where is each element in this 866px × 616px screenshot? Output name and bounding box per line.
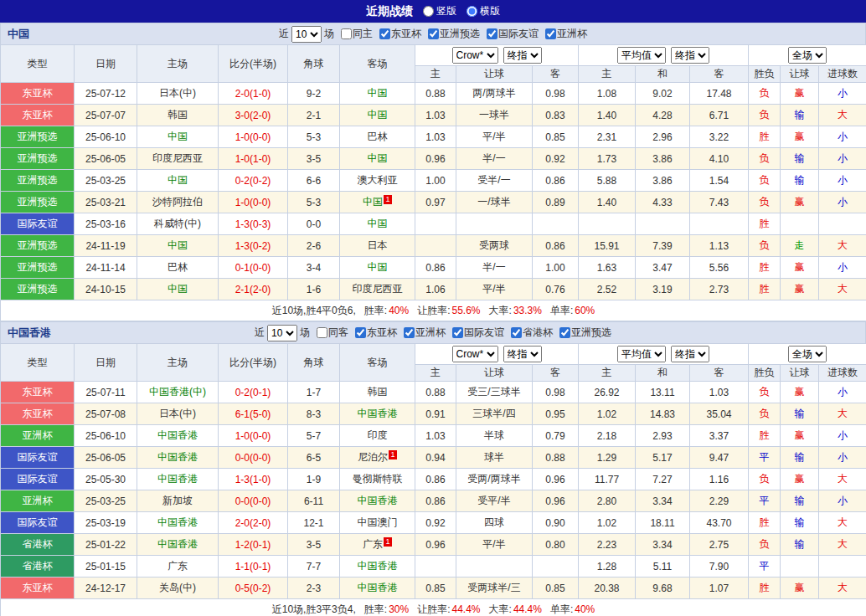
competition-checkbox[interactable]	[355, 327, 366, 338]
odds-source-select[interactable]: 终指	[671, 346, 709, 362]
summary-row: 近10场,胜3平3负4,胜率:30%让胜率:44.4%大率:44.4%单率:40…	[1, 599, 866, 616]
goals-result-cell	[819, 213, 866, 235]
avg-home-odds-cell: 2.80	[579, 490, 636, 512]
result-cell: 负	[749, 170, 781, 192]
handicap-home-odds-cell: 0.96	[415, 148, 456, 170]
avg-home-odds-cell: 1.08	[579, 83, 636, 105]
odds-source-select[interactable]: Crow*	[452, 346, 498, 362]
column-header: 比分(半场)	[219, 45, 288, 83]
goals-result-cell: 大	[819, 512, 866, 534]
score-cell: 0-2(0-1)	[219, 382, 288, 403]
avg-draw-odds-cell: 7.27	[636, 469, 690, 490]
same-venue-checkbox[interactable]	[317, 327, 327, 338]
match-count-select[interactable]: 10	[291, 26, 322, 43]
handicap-result-cell: 走	[781, 235, 819, 257]
corners-cell: 1-9	[288, 469, 340, 490]
column-header: 类型	[1, 45, 75, 83]
competition-filter[interactable]: 国际友谊	[452, 326, 504, 340]
same-venue-filter[interactable]: 同主	[341, 27, 373, 41]
date-cell: 25-07-08	[75, 403, 137, 425]
score-cell: 0-0(0-0)	[219, 490, 288, 512]
competition-checkbox[interactable]	[545, 28, 556, 39]
handicap-home-odds-cell: 0.86	[415, 490, 456, 512]
corners-cell: 3-5	[288, 534, 340, 556]
odds-source-select[interactable]: Crow*	[452, 47, 498, 64]
home-team-cell: 巴林	[137, 257, 219, 279]
avg-home-odds-cell: 1.02	[579, 403, 636, 425]
handicap-result-cell: 输	[781, 170, 819, 192]
goals-result-cell: 小	[819, 83, 866, 105]
competition-filter[interactable]: 亚洲预选	[428, 27, 480, 41]
handicap-away-odds-cell: 0.86	[533, 170, 579, 192]
avg-draw-odds-cell: 2.93	[636, 425, 690, 447]
competition-filter[interactable]: 东亚杯	[355, 326, 397, 340]
summary-stat: 单率:40%	[550, 603, 595, 615]
competition-checkbox[interactable]	[511, 327, 522, 338]
handicap-line-cell: 受两/两球半	[456, 469, 533, 490]
layout-option-vertical[interactable]: 竖版	[423, 4, 456, 18]
score-cell: 0-1(0-0)	[219, 257, 288, 279]
goals-result-cell: 大	[819, 105, 866, 126]
away-team-cell: 中国1	[340, 192, 415, 213]
score-cell: 1-0(0-0)	[219, 126, 288, 148]
competition-checkbox[interactable]	[487, 28, 497, 39]
handicap-line-cell: 平/半	[456, 534, 533, 556]
away-team-cell: 尼泊尔1	[340, 447, 415, 469]
avg-away-odds-cell: 1.54	[690, 170, 749, 192]
handicap-away-odds-cell: 0.83	[533, 105, 579, 126]
handicap-home-odds-cell: 0.86	[415, 469, 456, 490]
match-row: 亚洲预选24-11-19中国1-3(0-2)2-6日本受两球0.8615.917…	[1, 235, 866, 257]
odds-source-select[interactable]: 终指	[503, 346, 542, 362]
handicap-line-cell: 平/半	[456, 279, 533, 300]
handicap-away-odds-cell: 0.76	[533, 279, 579, 300]
odds-group-header: Crow*终指	[415, 45, 579, 66]
layout-option-horizontal[interactable]: 横版	[467, 4, 500, 18]
competition-checkbox[interactable]	[452, 327, 463, 338]
odds-source-select[interactable]: 平均值	[617, 346, 666, 362]
vertical-layout-radio[interactable]	[423, 6, 434, 17]
competition-filter[interactable]: 亚洲杯	[545, 27, 587, 41]
competition-checkbox[interactable]	[379, 28, 390, 39]
column-header: 让球	[781, 365, 819, 382]
same-venue-filter[interactable]: 同客	[317, 326, 348, 340]
corners-cell: 5-7	[288, 425, 340, 447]
column-header: 客场	[340, 45, 415, 83]
odds-source-select[interactable]: 终指	[671, 47, 709, 64]
date-cell: 25-03-21	[75, 192, 137, 213]
matches-label: 场	[324, 27, 334, 41]
match-row: 东亚杯24-12-17关岛(中)0-5(0-2)2-3中国香港0.85受两球半/…	[1, 578, 866, 599]
handicap-home-odds-cell: 1.03	[415, 126, 456, 148]
handicap-away-odds-cell: 0.96	[533, 469, 579, 490]
section-china: 中国近10场同主东亚杯亚洲预选国际友谊亚洲杯类型日期主场比分(半场)角球客场Cr…	[0, 23, 866, 321]
competition-filter[interactable]: 亚洲预选	[559, 326, 611, 340]
home-team-cell: 广东	[137, 556, 219, 578]
scope-select[interactable]: 全场	[788, 346, 827, 362]
results-table-china: 类型日期主场比分(半场)角球客场Crow*终指平均值终指全场主让球客主和客胜负让…	[0, 44, 866, 321]
odds-source-select[interactable]: 平均值	[617, 47, 666, 64]
match-count-select[interactable]: 10	[267, 325, 297, 341]
competition-checkbox[interactable]	[559, 327, 570, 338]
avg-away-odds-cell: 17.48	[690, 83, 749, 105]
recent-results-panel: 近期战绩 竖版 横版 中国近10场同主东亚杯亚洲预选国际友谊亚洲杯类型日期主场比…	[0, 0, 866, 616]
scope-select[interactable]: 全场	[788, 47, 827, 64]
competition-filter[interactable]: 东亚杯	[379, 27, 421, 41]
competition-checkbox[interactable]	[404, 327, 415, 338]
away-team-cell: 广东1	[340, 534, 415, 556]
competition-filter[interactable]: 国际友谊	[487, 27, 539, 41]
same-venue-checkbox[interactable]	[341, 28, 352, 39]
competition-checkbox[interactable]	[428, 28, 439, 39]
away-team-cell: 中国	[340, 105, 415, 126]
odds-source-select[interactable]: 终指	[503, 47, 542, 64]
handicap-away-odds-cell: 0.88	[533, 447, 579, 469]
summary-record: 近10场,胜3平3负4,	[272, 603, 356, 615]
horizontal-layout-radio[interactable]	[467, 6, 477, 17]
competition-label: 亚洲预选	[571, 326, 611, 340]
competition-filter[interactable]: 亚洲杯	[404, 326, 446, 340]
avg-away-odds-cell: 4.10	[690, 148, 749, 170]
competition-filter[interactable]: 省港杯	[511, 326, 553, 340]
column-header: 进球数	[819, 365, 866, 382]
handicap-home-odds-cell: 1.06	[415, 279, 456, 300]
competition-cell: 东亚杯	[1, 382, 75, 403]
result-cell: 胜	[749, 126, 781, 148]
summary-stat: 让胜率:55.6%	[417, 305, 480, 316]
